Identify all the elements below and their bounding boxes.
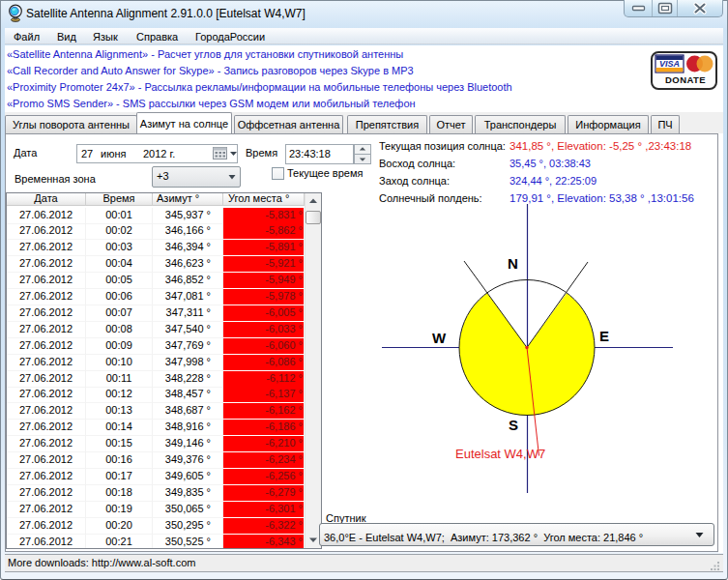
svg-text:Eutelsat W4,W7: Eutelsat W4,W7 bbox=[455, 447, 545, 461]
svg-text:DONATE: DONATE bbox=[665, 74, 706, 85]
svg-text:W: W bbox=[432, 330, 447, 346]
svg-text:VISA: VISA bbox=[659, 59, 680, 69]
svg-text:S: S bbox=[509, 417, 518, 433]
svg-text:E: E bbox=[599, 328, 609, 344]
svg-text:N: N bbox=[508, 255, 518, 272]
